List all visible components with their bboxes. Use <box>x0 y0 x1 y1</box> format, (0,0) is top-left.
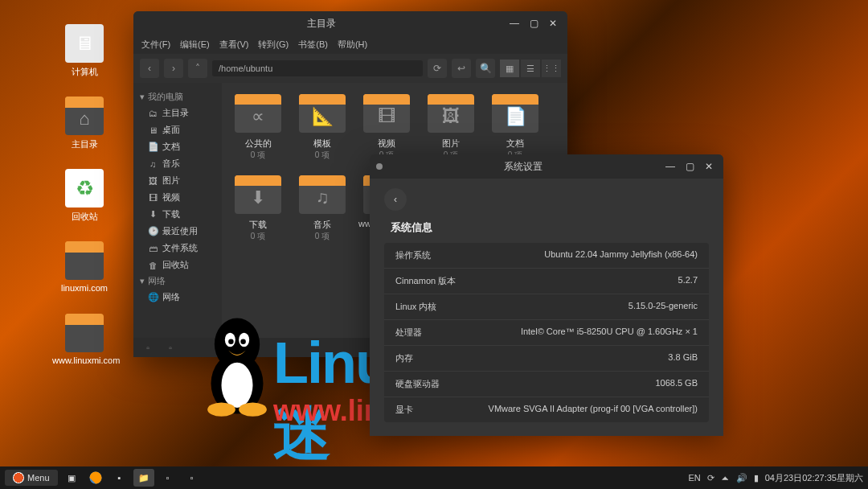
computer-icon: 🖥 <box>65 24 104 63</box>
sidebar-item-documents[interactable]: 📄文档 <box>133 138 222 155</box>
minimize-button[interactable]: — <box>506 15 522 31</box>
folder-icon: 🖼 <box>428 94 474 133</box>
menu-go[interactable]: 转到(G) <box>258 39 289 51</box>
sidebar-item-recent[interactable]: 🕑最近使用 <box>133 223 222 240</box>
folder-count: 0 项 <box>294 150 350 161</box>
sidebar-item-pictures[interactable]: 🖼图片 <box>133 172 222 189</box>
fm-sidebar: ▾ 我的电脑 🗂主目录 🖥桌面 📄文档 ♫音乐 🖼图片 🎞视频 ⬇下载 🕑最近使… <box>133 83 222 338</box>
info-key: 硬盘驱动器 <box>395 378 440 390</box>
sidebar-group-mycomputer[interactable]: ▾ 我的电脑 <box>133 89 222 105</box>
system-info-table: 操作系统Ubuntu 22.04 Jammy Jellyfish (x86-64… <box>384 243 709 422</box>
sidebar-item-desktop[interactable]: 🖥桌面 <box>133 121 222 138</box>
sidebar-item-downloads[interactable]: ⬇下载 <box>133 206 222 223</box>
show-places-button[interactable]: ▫ <box>162 341 178 354</box>
show-desktop-button[interactable]: ▣ <box>61 469 82 487</box>
refresh-button[interactable]: ⟳ <box>428 59 447 78</box>
folder-item[interactable]: 📐模板0 项 <box>294 94 350 161</box>
menu-file[interactable]: 文件(F) <box>141 39 170 51</box>
folder-item[interactable]: ♫音乐0 项 <box>294 175 350 242</box>
menu-bookmarks[interactable]: 书签(B) <box>298 39 328 51</box>
folder-item[interactable]: ⬇下载0 项 <box>230 175 286 242</box>
menu-button[interactable]: Menu <box>5 470 58 486</box>
folder-icon <box>65 241 104 280</box>
task-item[interactable]: ▫ <box>182 469 203 487</box>
desktop-icon-home[interactable]: 主目录 <box>56 97 113 150</box>
maximize-button[interactable]: ▢ <box>526 15 542 31</box>
home-folder-icon <box>65 97 104 135</box>
menu-edit[interactable]: 编辑(E) <box>180 39 210 51</box>
maximize-button[interactable]: ▢ <box>682 158 698 175</box>
compact-view-button[interactable]: ⋮⋮ <box>542 60 561 77</box>
sidebar-item-network[interactable]: 🌐网络 <box>133 289 222 306</box>
task-item[interactable]: ▫ <box>158 469 178 487</box>
close-button[interactable]: ✕ <box>701 158 717 175</box>
toggle-path-button[interactable]: ↩ <box>452 59 471 78</box>
info-value: Intel© Core™ i5-8250U CPU @ 1.60GHz × 1 <box>422 327 698 339</box>
sidebar-group-network[interactable]: ▾ 网络 <box>133 273 222 289</box>
desktop-icon-folder[interactable]: linuxmi.com <box>56 241 113 293</box>
desktop-icon-computer[interactable]: 🖥 计算机 <box>56 24 113 78</box>
info-key: Cinnamon 版本 <box>395 275 456 287</box>
sidebar-item-trash[interactable]: 🗑回收站 <box>133 257 222 273</box>
network-tray-icon[interactable]: ⏶ <box>721 473 730 483</box>
back-button[interactable]: ‹ <box>384 188 407 211</box>
battery-tray-icon[interactable]: ▮ <box>754 473 759 483</box>
fm-menubar: 文件(F) 编辑(E) 查看(V) 转到(G) 书签(B) 帮助(H) <box>133 35 567 54</box>
music-icon: ♫ <box>148 159 158 169</box>
info-row: Cinnamon 版本5.2.7 <box>384 269 709 294</box>
minimize-button[interactable]: — <box>662 158 678 175</box>
folder-item[interactable]: 🎞视频0 项 <box>358 94 415 161</box>
up-button[interactable]: ˄ <box>188 59 207 78</box>
path-input[interactable]: /home/ubuntu <box>212 60 423 76</box>
sidebar-item-music[interactable]: ♫音乐 <box>133 155 222 172</box>
folder-name: 音乐 <box>294 219 350 231</box>
folder-name: 公共的 <box>230 138 286 150</box>
folder-item[interactable]: 🖼图片0 项 <box>423 94 479 161</box>
menu-view[interactable]: 查看(V) <box>219 39 249 51</box>
forward-button[interactable]: › <box>164 59 183 78</box>
terminal-launcher[interactable]: ▪ <box>109 469 130 487</box>
info-row: 内存3.8 GiB <box>384 346 709 372</box>
show-hidden-button[interactable]: ▫ <box>140 341 156 354</box>
sound-tray-icon[interactable]: 🔊 <box>736 473 747 483</box>
system-tray: EN ⟳ ⏶ 🔊 ▮ 04月23日02:27:35星期六 <box>688 472 863 484</box>
desktop-icon-label: linuxmi.com <box>56 283 113 293</box>
desktop-icon-label: 计算机 <box>56 66 113 78</box>
search-button[interactable]: 🔍 <box>476 59 495 78</box>
sidebar-item-home[interactable]: 🗂主目录 <box>133 105 222 121</box>
language-indicator[interactable]: EN <box>688 473 700 483</box>
info-key: 内存 <box>395 352 413 364</box>
document-icon: 📄 <box>148 142 158 152</box>
firefox-launcher[interactable] <box>85 469 106 487</box>
folder-item[interactable]: ∝公共的0 项 <box>230 94 286 161</box>
folder-icon <box>65 314 104 352</box>
updates-icon[interactable]: ⟳ <box>707 473 714 483</box>
video-icon: 🎞 <box>148 193 158 203</box>
fm-titlebar[interactable]: 主目录 — ▢ ✕ <box>133 11 567 35</box>
window-icon <box>376 163 383 170</box>
settings-body: ‹ 系统信息 操作系统Ubuntu 22.04 Jammy Jellyfish … <box>370 179 723 436</box>
sidebar-item-videos[interactable]: 🎞视频 <box>133 189 222 206</box>
clock[interactable]: 04月23日02:27:35星期六 <box>765 472 863 484</box>
info-row: 硬盘驱动器1068.5 GB <box>384 372 709 397</box>
folder-icon: 📐 <box>299 94 346 133</box>
close-button[interactable]: ✕ <box>545 15 561 31</box>
desktop-icon-trash[interactable]: 回收站 <box>56 169 113 223</box>
desktop-icon-folder[interactable]: www.linuxmi.com <box>52 314 117 365</box>
info-value: Ubuntu 22.04 Jammy Jellyfish (x86-64) <box>431 249 698 261</box>
folder-icon: ⬇ <box>235 175 281 214</box>
menu-help[interactable]: 帮助(H) <box>338 39 367 51</box>
sidebar-item-filesystem[interactable]: 🗃文件系统 <box>133 240 222 257</box>
info-value: 5.2.7 <box>456 275 698 287</box>
folder-count: 0 项 <box>230 231 286 242</box>
folder-icon: ♫ <box>299 175 346 214</box>
icon-view-button[interactable]: ▦ <box>500 60 519 77</box>
download-icon: ⬇ <box>148 209 158 220</box>
files-launcher[interactable]: 📁 <box>133 469 154 487</box>
folder-item[interactable]: 📄文档0 项 <box>487 94 543 161</box>
settings-titlebar[interactable]: 系统设置 — ▢ ✕ <box>370 154 723 179</box>
back-button[interactable]: ‹ <box>140 59 159 78</box>
trash-icon: 🗑 <box>148 261 158 270</box>
folder-icon: ∝ <box>235 94 281 133</box>
list-view-button[interactable]: ☰ <box>521 60 540 77</box>
